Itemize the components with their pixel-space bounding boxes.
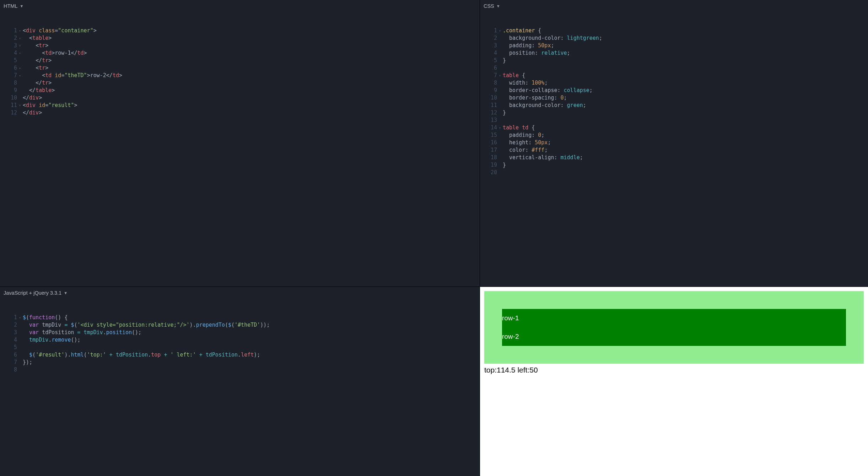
code-line[interactable]: 8 <box>0 366 270 374</box>
fold-icon[interactable]: ▾ <box>497 72 503 79</box>
code-text[interactable]: }); <box>23 359 270 366</box>
code-text[interactable] <box>503 64 602 72</box>
code-line[interactable]: 6 <box>480 64 602 72</box>
code-line[interactable]: 18 vertical-align: middle; <box>480 154 602 161</box>
code-text[interactable]: </table> <box>23 87 122 94</box>
code-line[interactable]: 1▾$(function() { <box>0 314 270 321</box>
code-text[interactable]: } <box>503 109 602 117</box>
code-text[interactable]: <td id="theTD">row-2</td> <box>23 72 122 79</box>
code-line[interactable]: 10 border-spacing: 0; <box>480 94 602 102</box>
code-text[interactable]: vertical-align: middle; <box>503 154 602 161</box>
code-line[interactable]: 2▾ <table> <box>0 34 122 42</box>
code-line[interactable]: 10</div> <box>0 94 122 102</box>
code-line[interactable]: 2 var tmpDiv = $('<div style="position:r… <box>0 321 270 329</box>
code-text[interactable]: var tmpDiv = $('<div style="position:rel… <box>23 321 270 329</box>
code-text[interactable]: height: 50px; <box>503 139 602 146</box>
code-text[interactable]: tmpDiv.remove(); <box>23 336 270 344</box>
code-text[interactable]: border-spacing: 0; <box>503 94 602 102</box>
fold-icon[interactable]: ▾ <box>17 27 23 34</box>
fold-icon[interactable]: ▾ <box>17 42 23 49</box>
code-line[interactable]: 6▾ <tr> <box>0 64 122 72</box>
code-text[interactable]: <table> <box>23 34 122 42</box>
code-text[interactable]: background-color: lightgreen; <box>503 34 602 42</box>
code-line[interactable]: 5} <box>480 57 602 64</box>
code-text[interactable] <box>23 344 270 351</box>
code-text[interactable]: color: #fff; <box>503 146 602 154</box>
fold-icon[interactable]: ▾ <box>497 124 503 132</box>
code-text[interactable]: .container { <box>503 27 602 34</box>
code-text[interactable]: <div class="container"> <box>23 27 122 34</box>
code-text[interactable]: $(function() { <box>23 314 270 321</box>
code-line[interactable]: 4 position: relative; <box>480 49 602 57</box>
code-line[interactable]: 7▾ <td id="theTD">row-2</td> <box>0 72 122 79</box>
fold-icon[interactable]: ▾ <box>17 72 23 79</box>
code-line[interactable]: 3▾ <tr> <box>0 42 122 49</box>
code-line[interactable]: 3 padding: 50px; <box>480 42 602 49</box>
code-line[interactable]: 4 tmpDiv.remove(); <box>0 336 270 344</box>
html-editor[interactable]: 1▾<div class="container">2▾ <table>3▾ <t… <box>0 12 480 287</box>
code-line[interactable]: 7}); <box>0 359 270 366</box>
code-text[interactable]: padding: 50px; <box>503 42 602 49</box>
fold-icon[interactable]: ▾ <box>497 27 503 34</box>
code-text[interactable]: var tdPosition = tmpDiv.position(); <box>23 329 270 336</box>
code-text[interactable]: </tr> <box>23 57 122 64</box>
fold-icon[interactable]: ▾ <box>17 314 23 321</box>
code-text[interactable]: } <box>503 161 602 169</box>
code-line[interactable]: 5 </tr> <box>0 57 122 64</box>
code-text[interactable]: <tr> <box>23 64 122 72</box>
code-line[interactable]: 12} <box>480 109 602 117</box>
code-text[interactable]: background-color: green; <box>503 102 602 109</box>
code-line[interactable]: 3 var tdPosition = tmpDiv.position(); <box>0 329 270 336</box>
code-text[interactable]: $('#result').html('top:' + tdPosition.to… <box>23 351 270 359</box>
code-line[interactable]: 14▾table td { <box>480 124 602 132</box>
code-line[interactable]: 11▾<div id="result"> <box>0 102 122 109</box>
fold-icon[interactable]: ▾ <box>17 34 23 42</box>
js-editor[interactable]: 1▾$(function() {2 var tmpDiv = $('<div s… <box>0 299 480 476</box>
pane-html-header[interactable]: HTML ▼ <box>0 0 480 12</box>
code-line[interactable]: 20 <box>480 169 602 176</box>
code-line[interactable]: 4▾ <td>row-1</td> <box>0 49 122 57</box>
code-text[interactable]: </tr> <box>23 79 122 87</box>
code-line[interactable]: 7▾table { <box>480 72 602 79</box>
code-text[interactable] <box>503 117 602 124</box>
code-text[interactable]: table td { <box>503 124 602 132</box>
code-line[interactable]: 19} <box>480 161 602 169</box>
pane-js-header[interactable]: JavaScript + jQuery 3.3.1 ▼ <box>0 287 480 299</box>
code-line[interactable]: 9 </table> <box>0 87 122 94</box>
css-editor[interactable]: 1▾.container {2 background-color: lightg… <box>480 12 868 287</box>
code-text[interactable] <box>503 169 602 176</box>
code-line[interactable]: 12</div> <box>0 109 122 117</box>
code-text[interactable]: } <box>503 57 602 64</box>
code-line[interactable]: 16 height: 50px; <box>480 139 602 146</box>
code-text[interactable] <box>23 366 270 374</box>
code-text[interactable]: </div> <box>23 109 122 117</box>
code-text[interactable]: border-collapse: collapse; <box>503 87 602 94</box>
code-text[interactable]: <tr> <box>23 42 122 49</box>
fold-icon[interactable]: ▾ <box>17 102 23 109</box>
code-line[interactable]: 1▾<div class="container"> <box>0 27 122 34</box>
pane-js-title: JavaScript + jQuery 3.3.1 <box>4 290 61 296</box>
code-line[interactable]: 13 <box>480 117 602 124</box>
code-line[interactable]: 9 border-collapse: collapse; <box>480 87 602 94</box>
code-line[interactable]: 17 color: #fff; <box>480 146 602 154</box>
code-text[interactable]: <div id="result"> <box>23 102 122 109</box>
code-line[interactable]: 2 background-color: lightgreen; <box>480 34 602 42</box>
code-line[interactable]: 1▾.container { <box>480 27 602 34</box>
pane-css-header[interactable]: CSS ▼ <box>480 0 868 12</box>
line-number: 7 <box>0 359 17 366</box>
code-line[interactable]: 5 <box>0 344 270 351</box>
fold-icon[interactable]: ▾ <box>17 64 23 72</box>
code-text[interactable]: </div> <box>23 94 122 102</box>
code-text[interactable]: width: 100%; <box>503 79 602 87</box>
code-text[interactable]: table { <box>503 72 602 79</box>
fold-icon[interactable]: ▾ <box>17 49 23 57</box>
line-number: 9 <box>0 87 17 94</box>
code-line[interactable]: 15 padding: 0; <box>480 132 602 139</box>
code-line[interactable]: 8 </tr> <box>0 79 122 87</box>
code-text[interactable]: position: relative; <box>503 49 602 57</box>
code-text[interactable]: <td>row-1</td> <box>23 49 122 57</box>
code-text[interactable]: padding: 0; <box>503 132 602 139</box>
code-line[interactable]: 6 $('#result').html('top:' + tdPosition.… <box>0 351 270 359</box>
code-line[interactable]: 8 width: 100%; <box>480 79 602 87</box>
code-line[interactable]: 11 background-color: green; <box>480 102 602 109</box>
